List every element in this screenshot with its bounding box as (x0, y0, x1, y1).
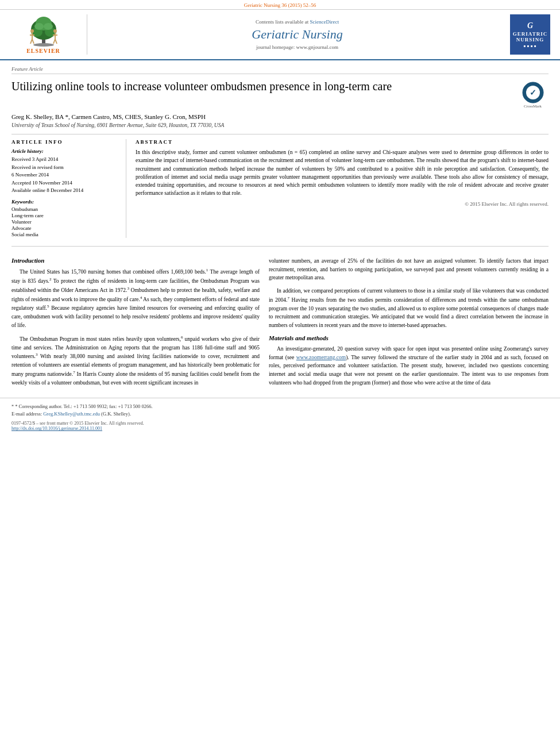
footnote-star: * (11, 404, 14, 409)
crossmark-icon: ✓ (522, 81, 544, 104)
abstract-column: ABSTRACT In this descriptive study, form… (136, 139, 549, 238)
revised-date: 6 November 2014 (11, 171, 119, 179)
received-date: Received 3 April 2014 (11, 156, 119, 163)
article-info-label: ARTICLE INFO (11, 139, 119, 145)
journal-title: Geriatric Nursing (252, 27, 342, 42)
footnotes-section: * * Corresponding author. Tel.: +1 713 5… (0, 398, 560, 436)
available-date: Available online 8 December 2014 (11, 187, 119, 194)
svg-point-8 (30, 29, 34, 33)
materials-heading: Materials and methods (269, 334, 549, 341)
keywords-section: Keywords: Ombudsman Long-term care Volun… (11, 199, 119, 237)
authors-line: Greg K. Shelley, BA *, Carmen Castro, MS… (11, 113, 549, 120)
received-revised-label: Received in revised form (11, 164, 119, 171)
right-column: volunteer numbers, an average of 25% of … (269, 257, 549, 392)
contents-line: Contents lists available at ScienceDirec… (256, 19, 339, 25)
gn-logo: G GERIATRIC NURSING ■ ■ ■ ■ (510, 14, 550, 55)
elsevier-name: ELSEVIER (26, 48, 60, 54)
keyword-1: Ombudsman (11, 206, 119, 212)
svg-line-12 (32, 39, 34, 44)
journal-homepage: journal homepage: www.gnjournal.com (256, 44, 338, 50)
keyword-4: Advocate (11, 225, 119, 231)
keyword-5: Social media (11, 232, 119, 237)
svg-text:✓: ✓ (530, 89, 536, 97)
journal-header: ELSEVIER Contents lists available at Sci… (0, 10, 560, 60)
right-intro-paragraph-1: volunteer numbers, an average of 25% of … (269, 257, 549, 282)
email-link[interactable]: Greg.KShelley@uth.tmc.edu (43, 411, 100, 417)
keyword-3: Volunteer (11, 219, 119, 225)
gn-logo-section: G GERIATRIC NURSING ■ ■ ■ ■ (507, 14, 553, 55)
keywords-label: Keywords: (11, 199, 119, 205)
divider-1 (11, 134, 549, 134)
abstract-label: ABSTRACT (136, 139, 549, 145)
journal-title-section: Contents lists available at ScienceDirec… (87, 14, 507, 55)
svg-line-17 (55, 39, 57, 44)
intro-paragraph-2: The Ombudsman Program in most states rel… (11, 334, 260, 387)
top-journal-bar: Geriatric Nursing 36 (2015) 52–56 (0, 0, 560, 10)
copyright-line: © 2015 Elsevier Inc. All rights reserved… (136, 201, 549, 207)
svg-point-6 (34, 23, 44, 30)
footnote-corresponding: * * Corresponding author. Tel.: +1 713 5… (11, 403, 549, 410)
issn-line: 0197-4572/$ – see front matter © 2015 El… (11, 421, 549, 431)
svg-point-13 (53, 29, 57, 33)
introduction-heading: Introduction (11, 257, 260, 264)
elsevier-logo-section: ELSEVIER (7, 14, 87, 55)
keyword-2: Long-term care (11, 213, 119, 218)
doi-link[interactable]: http://dx.doi.org/10.1016/j.gerinurse.20… (11, 426, 102, 431)
article-title: Utilizing online tools to increase volun… (11, 79, 511, 94)
crossmark-label: CrossMark (524, 104, 542, 109)
article-history-label: Article history: (11, 148, 119, 154)
zoomerang-link[interactable]: www.zoomerrang.com (296, 355, 346, 360)
affiliation-line: University of Texas School of Nursing, 6… (11, 122, 549, 128)
article-container: Feature Article Utilizing online tools t… (0, 60, 560, 257)
main-body: Introduction The United States has 15,70… (0, 257, 560, 392)
svg-point-1 (33, 43, 54, 47)
article-info-abstract-section: ARTICLE INFO Article history: Received 3… (11, 139, 549, 238)
journal-reference: Geriatric Nursing 36 (2015) 52–56 (244, 2, 316, 8)
crossmark-section: ✓ CrossMark (517, 81, 549, 109)
left-column: Introduction The United States has 15,70… (11, 257, 260, 392)
abstract-text: In this descriptive study, former and cu… (136, 148, 549, 198)
article-title-row: Utilizing online tools to increase volun… (11, 79, 549, 109)
intro-paragraph-1: The United States has 15,700 nursing hom… (11, 267, 260, 330)
elsevier-tree-icon (21, 15, 67, 47)
elsevier-logo: ELSEVIER (21, 15, 67, 54)
footnote-email: E-mail address: Greg.KShelley@uth.tmc.ed… (11, 410, 549, 418)
divider-2 (11, 246, 549, 247)
svg-point-7 (44, 23, 53, 30)
feature-article-label: Feature Article (11, 66, 549, 74)
materials-paragraph-1: An investigator-generated, 20 question s… (269, 345, 549, 387)
article-info-column: ARTICLE INFO Article history: Received 3… (11, 139, 126, 238)
right-intro-paragraph-2: In addition, we compared perceptions of … (269, 287, 549, 330)
accepted-date: Accepted 10 November 2014 (11, 179, 119, 187)
sciencedirect-link[interactable]: ScienceDirect (310, 19, 339, 25)
